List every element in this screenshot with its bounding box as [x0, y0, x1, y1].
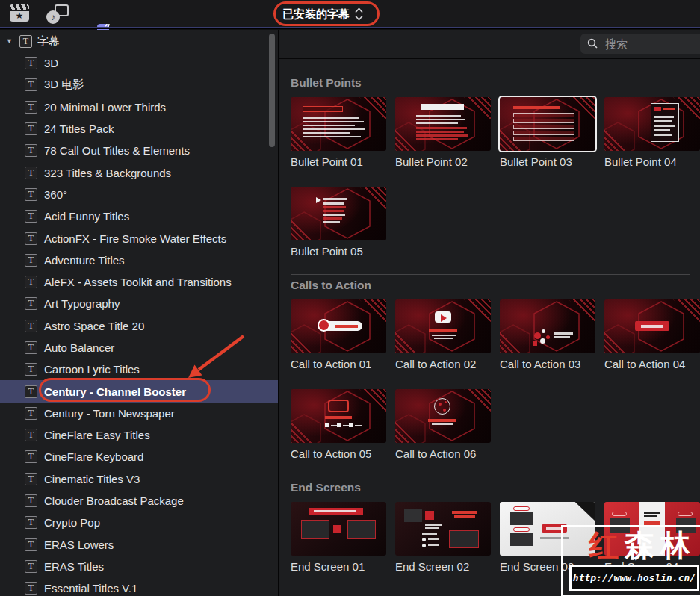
title-thumbnail[interactable]: [291, 389, 386, 443]
thumbnail-decor: [323, 210, 344, 212]
sidebar-item[interactable]: TAdventure Titles: [0, 249, 278, 271]
sidebar-item[interactable]: TCentury - Channel Booster: [0, 380, 278, 402]
thumbnail-label: End Screen 02: [395, 560, 491, 573]
sidebar-root-titles[interactable]: ▼ T 字幕: [0, 30, 278, 52]
sidebar-item[interactable]: T78 Call Out Titles & Elements: [0, 140, 278, 161]
sidebar-item[interactable]: TEssential Titles V.1: [0, 577, 278, 596]
sidebar-item-label: CineFlare Easy Titles: [44, 429, 150, 441]
grid-item: Bullet Point 04: [604, 97, 700, 168]
sidebar-item[interactable]: TCineFlare Easy Titles: [0, 424, 278, 446]
title-category-icon: T: [25, 122, 37, 135]
title-category-icon: T: [19, 35, 32, 48]
titles-browser: Bullet PointsBullet Point 01Bullet Point…: [279, 30, 700, 596]
sidebar-item-label: 24 Titles Pack: [44, 122, 114, 135]
sidebar-item[interactable]: T24 Titles Pack: [0, 118, 278, 140]
thumbnail-label: Call to Action 05: [291, 447, 386, 460]
thumbnail-label: Bullet Point 03: [500, 155, 595, 168]
sidebar-item[interactable]: TAcid Funny Titles: [0, 205, 278, 227]
title-thumbnail[interactable]: [500, 299, 595, 353]
thumbnail-decor: [434, 338, 453, 339]
title-category-icon: T: [25, 78, 37, 91]
disclosure-triangle-icon[interactable]: ▼: [6, 37, 14, 45]
thumbnail-decor: [513, 137, 574, 141]
sidebar-item[interactable]: T360°: [0, 184, 278, 205]
sidebar-item[interactable]: TActionFX - Fire Smoke Water Effects: [0, 227, 278, 249]
installed-titles-dropdown[interactable]: 已安装的字幕: [282, 5, 363, 23]
sidebar-item[interactable]: TCentury - Torn Newspaper: [0, 403, 278, 424]
title-category-icon: T: [25, 254, 37, 267]
thumbnail-decor: [416, 115, 461, 117]
sidebar-item[interactable]: TAuto Balancer: [0, 337, 278, 358]
thumbnail-decor: [404, 509, 422, 522]
sidebar-item[interactable]: TArt Typography: [0, 293, 278, 314]
sidebar-item[interactable]: TAleFX - Assets Toolkit and Transitions: [0, 271, 278, 293]
title-thumbnail[interactable]: [395, 299, 491, 353]
search-input[interactable]: [604, 37, 689, 51]
photos-audio-icon[interactable]: ♪: [46, 4, 69, 24]
sidebar-item[interactable]: TAstro Space Title 20: [0, 315, 278, 337]
thumbnail-decor: [323, 214, 345, 216]
thumbnail-decor: [452, 511, 477, 514]
title-thumbnail[interactable]: [291, 299, 386, 353]
title-category-icon: T: [25, 210, 37, 223]
title-category-icon: T: [25, 385, 37, 398]
title-thumbnail[interactable]: [291, 187, 386, 240]
section: Bullet PointsBullet Point 01Bullet Point…: [291, 72, 690, 258]
title-thumbnail[interactable]: [291, 97, 386, 151]
title-thumbnail[interactable]: [500, 502, 595, 556]
title-thumbnail[interactable]: [604, 299, 700, 353]
grid-item: Call to Action 04: [604, 299, 700, 370]
toolbar-accent-divider: [0, 27, 700, 29]
sidebar-item[interactable]: T323 Titles & Backgrounds: [0, 161, 278, 183]
sidebar-item[interactable]: TCinematic Titles V3: [0, 468, 278, 490]
thumbnail-decor: [654, 134, 672, 136]
title-category-icon: T: [25, 516, 37, 529]
title-thumbnail[interactable]: [604, 97, 700, 151]
sidebar-item[interactable]: TCineFlare Keyboard: [0, 446, 278, 468]
thumbnail-decor: [542, 329, 545, 333]
sidebar-item-label: Century - Channel Booster: [44, 385, 186, 398]
title-thumbnail[interactable]: [395, 502, 491, 556]
sidebar-item[interactable]: T3D 电影: [0, 74, 278, 96]
grid-item: Bullet Point 03: [500, 97, 595, 168]
thumbnail-decor: [303, 128, 365, 130]
sidebar-item[interactable]: TERAS Titles: [0, 556, 278, 577]
title-category-icon: T: [25, 363, 37, 376]
sidebar-item-label: ERAS Lowers: [44, 538, 114, 551]
sidebar-item[interactable]: TCrypto Pop: [0, 512, 278, 533]
sidebar-item[interactable]: TClouder Broadcast Package: [0, 490, 278, 512]
search-icon: [587, 38, 598, 49]
thumbnail-decor: [644, 515, 657, 517]
title-category-icon: T: [25, 429, 37, 441]
effects-browser-icon[interactable]: [10, 4, 29, 22]
sidebar-item-label: Cinematic Titles V3: [44, 473, 140, 485]
title-thumbnail[interactable]: [395, 97, 491, 151]
sidebar-scrollbar[interactable]: [269, 34, 275, 147]
grid-item: Call to Action 06: [395, 389, 491, 460]
sidebar-item[interactable]: T20 Minimal Lower Thirds: [0, 96, 278, 118]
title-thumbnail[interactable]: [395, 389, 491, 443]
thumbnail-decor: [416, 134, 468, 137]
section-title: Calls to Action: [291, 279, 690, 292]
thumbnail-label: End Screen 04: [604, 560, 700, 573]
thumbnail-decor: [441, 314, 447, 322]
thumbnail-decor: [428, 419, 456, 422]
search-field[interactable]: [580, 34, 700, 54]
sidebar-item-label: Acid Funny Titles: [44, 210, 129, 223]
thumbnail-decor: [513, 527, 530, 532]
grid-item: Call to Action 02: [395, 299, 491, 370]
sidebar-item-label: Essential Titles V.1: [44, 582, 137, 595]
title-category-icon: T: [25, 144, 37, 157]
title-thumbnail[interactable]: [604, 502, 700, 556]
thumbnail-grid: Bullet Point 01Bullet Point 02Bullet Poi…: [291, 97, 690, 258]
title-thumbnail[interactable]: [500, 97, 595, 151]
sidebar-item[interactable]: TCartoon Lyric Titles: [0, 358, 278, 380]
hexagon-decor: [291, 97, 386, 151]
thumbnail-decor: [654, 125, 675, 127]
sidebar-item[interactable]: T3D: [0, 52, 278, 74]
thumbnail-decor: [303, 132, 350, 134]
sidebar-item-label: 323 Titles & Backgrounds: [44, 167, 171, 179]
thumbnail-decor: [425, 527, 439, 529]
title-thumbnail[interactable]: [291, 502, 386, 556]
sidebar-item[interactable]: TERAS Lowers: [0, 534, 278, 556]
